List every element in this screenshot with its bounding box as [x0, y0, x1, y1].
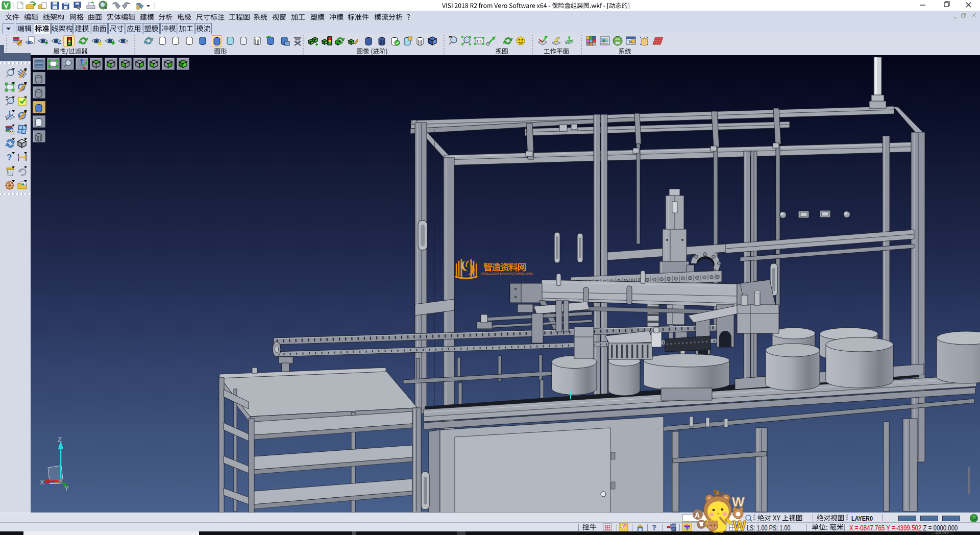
svg-text:A: A — [695, 511, 700, 519]
svg-text:Y: Y — [64, 484, 69, 492]
svg-text:?: ? — [7, 153, 12, 162]
svg-text:W: W — [733, 518, 746, 533]
svg-text:X: X — [40, 478, 44, 486]
svg-text:1:1: 1:1 — [476, 39, 482, 43]
svg-text:INTELLIGENT MANUFACTURING DATA: INTELLIGENT MANUFACTURING DATA — [481, 272, 533, 275]
svg-text:Z: Z — [58, 436, 62, 444]
svg-text:W: W — [732, 494, 745, 509]
